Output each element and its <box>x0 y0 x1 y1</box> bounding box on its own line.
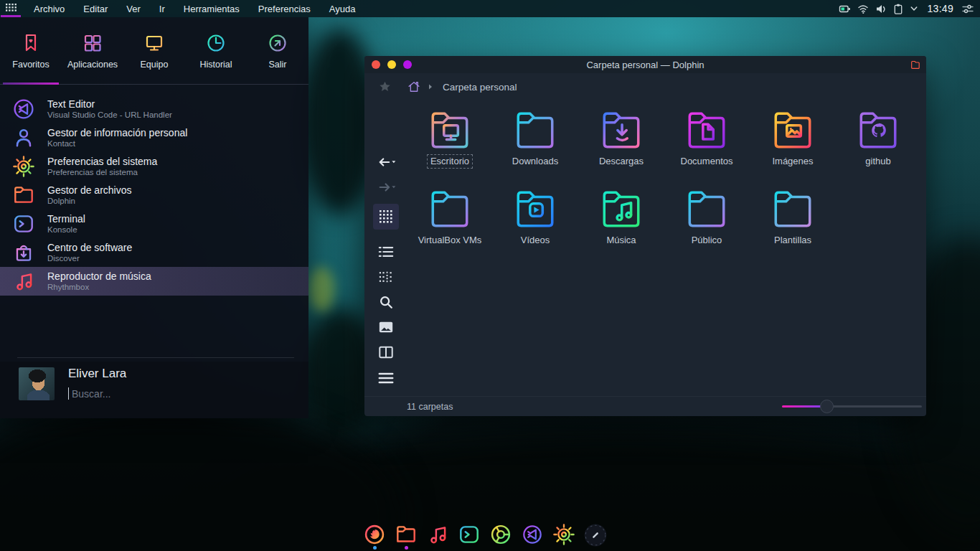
dock-rhythmbox[interactable] <box>425 521 450 550</box>
search-button[interactable] <box>373 291 399 314</box>
clock-icon <box>204 32 227 55</box>
folder-downloads[interactable]: Downloads <box>495 106 575 168</box>
person-icon <box>11 126 36 150</box>
maximize-button[interactable] <box>403 60 412 69</box>
gear-icon <box>552 522 576 547</box>
active-app-indicator <box>373 546 377 550</box>
breadcrumb-caret-icon <box>427 83 434 90</box>
menu-ir[interactable]: Ir <box>150 1 174 17</box>
bookmark-heart-icon <box>19 32 42 55</box>
folder-publico[interactable]: Público <box>666 185 747 247</box>
folder-documentos[interactable]: Documentos <box>666 106 747 168</box>
clipboard-icon[interactable] <box>892 3 904 15</box>
vscode-icon <box>11 96 37 122</box>
folder-plantillas[interactable]: Plantillas <box>753 185 833 247</box>
dolphin-window: Carpeta personal — Dolphin Carpeta perso… <box>364 56 926 416</box>
avatar[interactable] <box>19 367 55 400</box>
terminal-icon <box>457 522 481 547</box>
folder-videos[interactable]: Vídeos <box>495 185 575 247</box>
launcher-item-discover[interactable]: Centro de software Discover <box>0 238 308 267</box>
active-tab-indicator <box>3 83 59 85</box>
application-launcher-panel: Favoritos Aplicaciones Equip <box>0 17 308 418</box>
close-button[interactable] <box>372 60 380 69</box>
dock-dolphin[interactable] <box>394 521 418 550</box>
dock-settings[interactable] <box>552 521 576 550</box>
active-app-indicator <box>405 546 408 550</box>
tab-salir[interactable]: Salir <box>247 17 308 84</box>
menu-editar[interactable]: Editar <box>74 1 117 17</box>
folder-app-icon <box>910 60 920 70</box>
dock-latte-settings[interactable] <box>583 521 608 550</box>
preview-button[interactable] <box>373 316 399 339</box>
tab-equipo[interactable]: Equipo <box>123 17 185 84</box>
list-view-button[interactable] <box>373 240 399 263</box>
app-grid-icon <box>81 32 104 55</box>
launcher-item-system-settings[interactable]: Preferencias del sistema Preferencias de… <box>0 152 308 181</box>
firefox-icon <box>362 522 387 547</box>
sliders-icon[interactable] <box>961 3 974 15</box>
dock-konsole[interactable] <box>457 521 481 550</box>
launcher-item-rhythmbox[interactable]: Reproductor de música Rhythmbox <box>0 267 308 296</box>
latte-settings-icon <box>583 522 608 548</box>
terminal-icon <box>11 212 36 236</box>
status-text: 11 carpetas <box>407 402 453 412</box>
breadcrumb-location[interactable]: Carpeta personal <box>443 82 517 93</box>
desktop: Archivo Editar Ver Ir Herramientas Prefe… <box>0 0 980 551</box>
launcher-active-indicator <box>1 15 21 17</box>
back-button[interactable] <box>373 151 399 174</box>
launcher-item-dolphin[interactable]: Gestor de archivos Dolphin <box>0 181 308 209</box>
wifi-icon[interactable] <box>857 3 870 15</box>
folder-musica[interactable]: Música <box>581 185 661 247</box>
global-menu-bar: Archivo Editar Ver Ir Herramientas Prefe… <box>0 0 980 17</box>
chevron-down-icon[interactable] <box>909 4 919 14</box>
menu-preferencias[interactable]: Preferencias <box>249 1 320 17</box>
menu-ver[interactable]: Ver <box>117 1 150 17</box>
dock-firefox[interactable] <box>362 521 387 550</box>
folder-icon <box>394 522 418 547</box>
tab-favoritos[interactable]: Favoritos <box>0 17 62 84</box>
folder-imagenes[interactable]: Imágenes <box>753 106 833 168</box>
foliage-highlight <box>308 267 334 311</box>
launcher-item-kontact[interactable]: Gestor de información personal Kontact <box>0 123 308 152</box>
divider <box>17 357 294 358</box>
bookmark-star-icon[interactable] <box>377 80 392 95</box>
folder-descargas[interactable]: Descargas <box>581 106 661 168</box>
vscode-icon <box>520 522 545 547</box>
location-bar: Carpeta personal <box>364 73 926 100</box>
window-titlebar[interactable]: Carpeta personal — Dolphin <box>364 56 926 73</box>
folder-virtualbox-vms[interactable]: VirtualBox VMs <box>410 185 490 247</box>
zoom-slider[interactable] <box>782 405 922 408</box>
clock[interactable]: 13:49 <box>924 3 956 14</box>
text-cursor <box>68 387 69 400</box>
app-launcher-button[interactable] <box>0 0 22 17</box>
home-icon[interactable] <box>407 80 421 94</box>
menu-button[interactable] <box>373 367 399 390</box>
music-note-icon <box>11 269 36 293</box>
search-input[interactable] <box>70 386 278 402</box>
menu-ayuda[interactable]: Ayuda <box>320 1 365 17</box>
chrome-icon <box>489 522 513 547</box>
folder-escritorio[interactable]: Escritorio <box>410 106 490 168</box>
forward-button[interactable] <box>373 176 399 199</box>
volume-icon[interactable] <box>875 3 887 15</box>
menu-herramientas[interactable]: Herramientas <box>174 1 249 17</box>
menu-list: Archivo Editar Ver Ir Herramientas Prefe… <box>24 1 364 17</box>
compact-view-button[interactable] <box>373 265 399 288</box>
menu-archivo[interactable]: Archivo <box>24 1 74 17</box>
tab-aplicaciones[interactable]: Aplicaciones <box>62 17 123 84</box>
user-area: Eliver Lara <box>0 362 308 418</box>
minimize-button[interactable] <box>387 60 396 69</box>
battery-icon[interactable] <box>839 3 852 15</box>
folder-github[interactable]: github <box>838 106 918 168</box>
launcher-item-text-editor[interactable]: Text Editor Visual Studio Code - URL Han… <box>0 95 308 123</box>
favorites-list: Text Editor Visual Studio Code - URL Han… <box>0 95 308 296</box>
window-toolbar <box>364 100 407 396</box>
tab-historial[interactable]: Historial <box>185 17 247 84</box>
dock-chrome[interactable] <box>489 521 513 550</box>
software-bag-icon <box>11 240 36 265</box>
split-view-button[interactable] <box>373 341 399 364</box>
icon-view-button[interactable] <box>373 204 399 230</box>
folder-icon <box>11 183 36 207</box>
launcher-item-konsole[interactable]: Terminal Konsole <box>0 209 308 238</box>
dock-vscode[interactable] <box>520 521 545 550</box>
